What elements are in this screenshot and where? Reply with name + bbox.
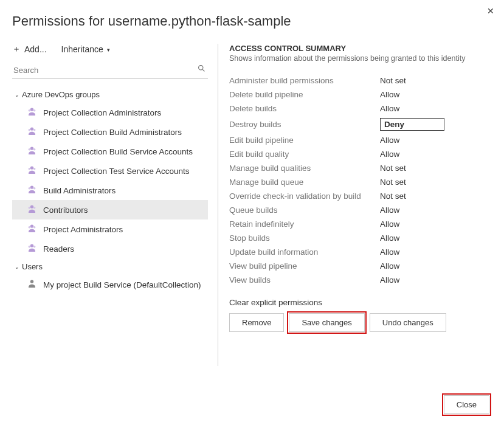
list-item-label: Build Administrators (43, 186, 116, 195)
permission-value-dropdown[interactable]: Allow (380, 90, 436, 99)
svg-point-24 (29, 246, 30, 247)
page-title: Permissions for username.python-flask-sa… (12, 13, 492, 29)
svg-point-2 (30, 108, 33, 111)
permission-label: View build pipeline (229, 261, 380, 271)
svg-point-6 (29, 129, 30, 131)
permission-label: Override check-in validation by build (229, 192, 380, 201)
permission-value-dropdown[interactable]: Allow (380, 247, 436, 257)
permission-value-dropdown[interactable]: Allow (380, 219, 436, 229)
search-input-wrap (12, 62, 208, 79)
search-input[interactable] (12, 62, 208, 78)
group-icon (27, 184, 37, 196)
permission-row: Manage build qualitiesNot set (229, 161, 492, 175)
chevron-down-icon: ⌄ (15, 92, 19, 98)
inheritance-label: Inheritance (61, 44, 103, 54)
groups-header[interactable]: ⌄ Azure DevOps groups (12, 86, 208, 103)
list-item-label: Readers (43, 244, 74, 254)
users-header[interactable]: ⌄ Users (12, 258, 208, 275)
group-icon (27, 106, 37, 119)
close-button[interactable]: Close (444, 395, 489, 414)
svg-point-21 (29, 226, 30, 228)
svg-point-3 (29, 109, 30, 111)
permission-value-dropdown[interactable]: Not set (380, 178, 436, 187)
list-item-label: Project Administrators (43, 225, 123, 234)
group-icon (27, 204, 37, 216)
permission-row: Edit build pipelineAllow (229, 133, 492, 147)
sidebar-item-group[interactable]: Project Collection Build Administrators (12, 122, 208, 142)
sidebar-item-group[interactable]: Contributors (12, 200, 208, 219)
permission-value-dropdown[interactable]: Allow (380, 206, 436, 215)
group-icon (27, 243, 37, 255)
svg-point-10 (33, 148, 35, 150)
permission-row: Manage build queueNot set (229, 175, 492, 189)
sidebar-item-group[interactable]: Project Administrators (12, 219, 208, 239)
undo-button[interactable]: Undo changes (370, 313, 446, 332)
remove-button[interactable]: Remove (229, 313, 284, 332)
permission-value-dropdown[interactable]: Allow (380, 136, 436, 145)
permission-row: Update build informationAllow (229, 245, 492, 259)
permission-value-dropdown[interactable]: Not set (380, 192, 436, 201)
svg-point-5 (30, 127, 33, 130)
svg-point-26 (30, 280, 33, 283)
svg-point-8 (30, 147, 33, 150)
group-icon (27, 145, 37, 157)
svg-point-12 (29, 168, 30, 170)
svg-point-19 (33, 207, 35, 209)
svg-line-1 (202, 69, 204, 71)
permission-row: Retain indefinitelyAllow (229, 217, 492, 231)
groups-header-label: Azure DevOps groups (22, 90, 100, 99)
svg-point-15 (29, 187, 30, 189)
permission-label: Administer build permissions (229, 76, 380, 85)
save-button[interactable]: Save changes (289, 313, 364, 332)
permission-label: Edit build quality (229, 150, 380, 159)
group-icon (27, 223, 37, 235)
svg-point-25 (33, 246, 35, 247)
svg-point-14 (30, 185, 33, 188)
permission-label: View builds (229, 275, 380, 285)
permission-row: Edit build qualityAllow (229, 147, 492, 161)
sidebar-item-group[interactable]: Project Collection Test Service Accounts (12, 161, 208, 181)
permission-label: Delete builds (229, 104, 380, 113)
users-header-label: Users (22, 262, 43, 271)
sidebar-item-group[interactable]: Readers (12, 239, 208, 258)
chevron-down-icon: ⌄ (15, 264, 19, 270)
svg-point-17 (30, 205, 33, 208)
svg-point-20 (30, 224, 33, 227)
sidebar-item-group[interactable]: Build Administrators (12, 181, 208, 200)
permission-value-dropdown[interactable]: Allow (380, 275, 436, 285)
sidebar-item-user[interactable]: My project Build Service (DefaultCollect… (12, 275, 208, 294)
permission-label: Manage build qualities (229, 164, 380, 173)
permission-value-dropdown[interactable]: Allow (380, 104, 436, 113)
permission-value-dropdown[interactable]: Allow (380, 261, 436, 271)
plus-icon: ＋ (12, 44, 21, 55)
permission-value-dropdown[interactable]: Not set (380, 164, 436, 173)
list-item-label: Contributors (43, 206, 88, 215)
inheritance-dropdown[interactable]: Inheritance ▾ (61, 44, 110, 54)
list-item-label: Project Collection Administrators (43, 108, 161, 117)
add-button[interactable]: ＋ Add... (12, 44, 47, 55)
svg-point-13 (33, 168, 35, 170)
acl-header: ACCESS CONTROL SUMMARY (229, 44, 492, 53)
svg-point-7 (33, 129, 35, 131)
close-icon[interactable]: ✕ (485, 4, 497, 18)
list-item-label: Project Collection Test Service Accounts (43, 167, 190, 176)
caret-down-icon: ▾ (107, 47, 110, 53)
permission-label: Stop builds (229, 233, 380, 243)
svg-point-22 (33, 226, 35, 228)
search-icon (198, 64, 205, 74)
permission-label: Delete build pipeline (229, 90, 380, 99)
permission-value-dropdown[interactable]: Allow (380, 150, 436, 159)
permission-label: Update build information (229, 247, 380, 257)
svg-point-18 (29, 207, 30, 209)
group-icon (27, 165, 37, 177)
permission-value-dropdown[interactable]: Allow (380, 233, 436, 243)
permission-value-dropdown[interactable]: Deny (380, 118, 444, 131)
svg-point-23 (30, 244, 33, 247)
svg-point-11 (30, 166, 33, 169)
svg-point-16 (33, 187, 35, 189)
sidebar-item-group[interactable]: Project Collection Administrators (12, 103, 208, 122)
permission-row: Delete buildsAllow (229, 102, 492, 116)
permission-value-dropdown[interactable]: Not set (380, 76, 436, 85)
list-item-label: Project Collection Build Service Account… (43, 147, 193, 156)
sidebar-item-group[interactable]: Project Collection Build Service Account… (12, 142, 208, 161)
